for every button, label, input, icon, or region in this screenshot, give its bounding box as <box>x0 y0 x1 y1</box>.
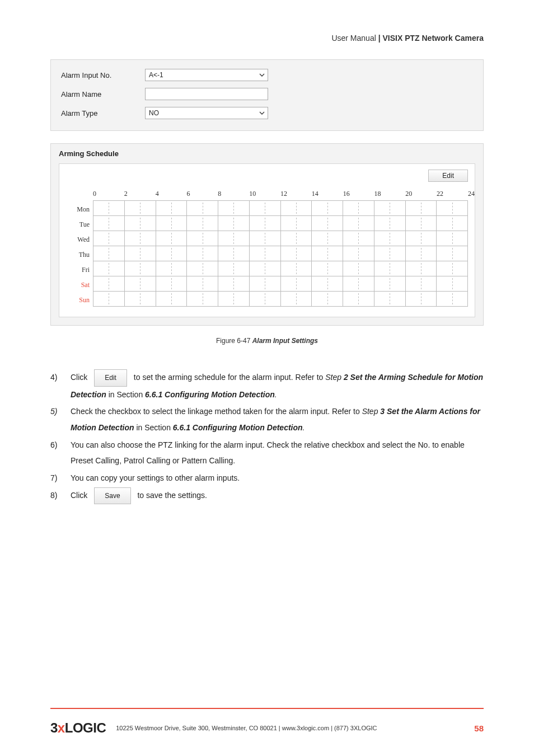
schedule-cell[interactable] <box>406 216 437 231</box>
schedule-cell[interactable] <box>406 246 437 261</box>
schedule-cell[interactable] <box>156 276 188 291</box>
schedule-cell[interactable] <box>218 292 250 306</box>
edit-button[interactable]: Edit <box>428 170 468 182</box>
schedule-row[interactable] <box>93 276 467 292</box>
schedule-cell[interactable] <box>250 261 281 276</box>
schedule-cell[interactable] <box>281 201 312 215</box>
edit-button-inline[interactable]: Edit <box>94 369 127 387</box>
schedule-cell[interactable] <box>250 246 281 261</box>
schedule-cell[interactable] <box>312 216 343 231</box>
schedule-cell[interactable] <box>437 246 467 261</box>
schedule-cell[interactable] <box>343 216 374 231</box>
schedule-row[interactable] <box>93 261 467 276</box>
schedule-row[interactable] <box>93 231 467 246</box>
schedule-cell[interactable] <box>93 276 125 291</box>
schedule-cell[interactable] <box>343 246 374 261</box>
schedule-cell[interactable] <box>93 261 125 276</box>
schedule-cell[interactable] <box>218 246 250 261</box>
schedule-cell[interactable] <box>406 231 437 246</box>
schedule-cell[interactable] <box>343 231 374 246</box>
schedule-cell[interactable] <box>281 276 312 291</box>
alarm-name-input[interactable] <box>145 88 268 100</box>
schedule-cell[interactable] <box>406 276 437 291</box>
schedule-cell[interactable] <box>374 231 406 246</box>
schedule-cell[interactable] <box>156 216 188 231</box>
schedule-cell[interactable] <box>125 246 156 261</box>
schedule-cell[interactable] <box>250 201 281 215</box>
schedule-cell[interactable] <box>218 276 250 291</box>
schedule-cell[interactable] <box>187 231 218 246</box>
schedule-cell[interactable] <box>281 292 312 306</box>
schedule-cell[interactable] <box>437 292 467 306</box>
schedule-cell[interactable] <box>343 276 374 291</box>
schedule-cell[interactable] <box>125 231 156 246</box>
schedule-cell[interactable] <box>281 261 312 276</box>
schedule-cell[interactable] <box>187 216 218 231</box>
schedule-cell[interactable] <box>406 201 437 215</box>
schedule-cell[interactable] <box>406 292 437 306</box>
schedule-cell[interactable] <box>125 261 156 276</box>
schedule-cell[interactable] <box>312 261 343 276</box>
schedule-cell[interactable] <box>312 231 343 246</box>
schedule-cell[interactable] <box>156 246 188 261</box>
schedule-row[interactable] <box>93 246 467 261</box>
schedule-cell[interactable] <box>374 276 406 291</box>
schedule-cell[interactable] <box>312 246 343 261</box>
schedule-row[interactable] <box>93 201 467 216</box>
schedule-cell[interactable] <box>374 201 406 215</box>
schedule-cell[interactable] <box>281 246 312 261</box>
schedule-cell[interactable] <box>156 261 188 276</box>
schedule-cell[interactable] <box>374 216 406 231</box>
schedule-row[interactable] <box>93 216 467 231</box>
schedule-cell[interactable] <box>281 231 312 246</box>
schedule-cell[interactable] <box>374 246 406 261</box>
schedule-cell[interactable] <box>93 246 125 261</box>
schedule-cell[interactable] <box>374 292 406 306</box>
schedule-cell[interactable] <box>125 292 156 306</box>
schedule-cell-half <box>327 278 328 289</box>
schedule-cell[interactable] <box>187 276 218 291</box>
alarm-input-no-row: Alarm Input No. A<-1 <box>61 65 473 84</box>
schedule-cell[interactable] <box>343 201 374 215</box>
schedule-cell[interactable] <box>343 261 374 276</box>
schedule-cell[interactable] <box>250 276 281 291</box>
schedule-cell[interactable] <box>218 231 250 246</box>
schedule-cell[interactable] <box>250 216 281 231</box>
schedule-cell[interactable] <box>156 231 188 246</box>
schedule-cell[interactable] <box>406 261 437 276</box>
save-button-inline[interactable]: Save <box>94 487 130 505</box>
schedule-cell[interactable] <box>437 231 467 246</box>
schedule-cell[interactable] <box>156 292 188 306</box>
schedule-cell[interactable] <box>93 216 125 231</box>
schedule-cell-half <box>203 278 203 289</box>
alarm-type-select[interactable]: NO <box>145 107 268 119</box>
schedule-cell[interactable] <box>437 216 467 231</box>
schedule-cell[interactable] <box>125 216 156 231</box>
schedule-cell[interactable] <box>218 201 250 215</box>
schedule-cell[interactable] <box>312 292 343 306</box>
schedule-cell[interactable] <box>312 201 343 215</box>
schedule-row[interactable] <box>93 292 467 306</box>
schedule-cell[interactable] <box>93 231 125 246</box>
schedule-cell[interactable] <box>187 246 218 261</box>
schedule-cell[interactable] <box>437 276 467 291</box>
schedule-cell[interactable] <box>218 261 250 276</box>
schedule-cell[interactable] <box>125 201 156 215</box>
schedule-cell[interactable] <box>218 216 250 231</box>
schedule-cell[interactable] <box>374 261 406 276</box>
schedule-cell[interactable] <box>312 276 343 291</box>
schedule-cell[interactable] <box>343 292 374 306</box>
alarm-input-no-select[interactable]: A<-1 <box>145 69 268 81</box>
schedule-cell[interactable] <box>187 292 218 306</box>
schedule-cell[interactable] <box>437 201 467 215</box>
schedule-cell[interactable] <box>156 201 188 215</box>
schedule-cell[interactable] <box>93 292 125 306</box>
schedule-cell[interactable] <box>125 276 156 291</box>
schedule-cell[interactable] <box>250 292 281 306</box>
schedule-cell[interactable] <box>250 231 281 246</box>
schedule-cell[interactable] <box>437 261 467 276</box>
schedule-cell[interactable] <box>93 201 125 215</box>
schedule-cell[interactable] <box>281 216 312 231</box>
schedule-cell[interactable] <box>187 201 218 215</box>
schedule-cell[interactable] <box>187 261 218 276</box>
